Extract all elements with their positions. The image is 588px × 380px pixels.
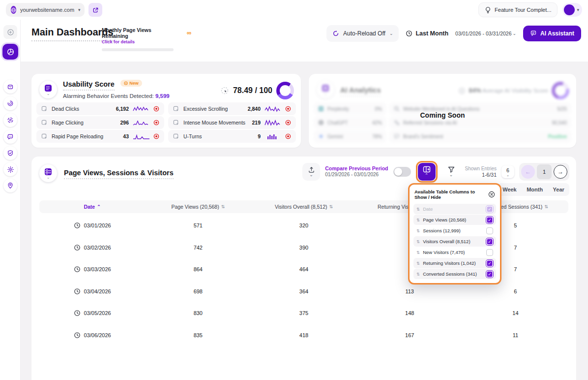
page-views-table-card: ⌄ Page Views, Sessions & Visitors ⌄ Comp…	[31, 157, 576, 380]
alarming-events-count: 9,599	[155, 93, 170, 99]
drag-handle-icon[interactable]: ⇅	[416, 261, 420, 266]
tab-week[interactable]: Week	[502, 187, 517, 192]
checkbox[interactable]	[486, 227, 493, 234]
usability-card-icon[interactable]: ⌄	[39, 81, 57, 98]
compare-previous-period[interactable]: Compare Previous Period 01/29/2026 - 03/…	[325, 165, 388, 178]
metric-row[interactable]: Rapid Page Reloading 43	[36, 130, 164, 143]
drag-handle-icon[interactable]: ⇅	[416, 207, 420, 212]
checkbox[interactable]: ✓	[486, 271, 493, 278]
metric-row[interactable]: U-Turns 9	[168, 130, 296, 143]
tab-month[interactable]: Month	[527, 187, 543, 192]
cursor-score-icon	[220, 86, 229, 95]
main-content: ⌄ Usability Score New Alarming Behavior …	[21, 62, 588, 380]
popup-item-date[interactable]: ⇅ Date ✓	[413, 204, 496, 214]
table-row[interactable]: 03/05/2026 830 375 148 14	[39, 302, 568, 324]
date-range-selector[interactable]: 03/01/2026 - 03/31/2026 ⌄	[455, 31, 516, 36]
record-icon[interactable]	[153, 120, 159, 126]
next-page-button[interactable]: →	[554, 165, 567, 179]
metric-row[interactable]: Excessive Scrolling 2,840	[168, 102, 296, 115]
metric-row[interactable]: Rage Clicking 296	[36, 116, 164, 129]
compare-toggle[interactable]	[393, 167, 411, 177]
sidebar-item-feedback[interactable]	[3, 130, 17, 144]
infinity-value: ∞	[187, 29, 191, 36]
prev-page-button[interactable]: ←	[521, 165, 535, 179]
chat-icon	[530, 30, 537, 37]
sparkline	[265, 120, 281, 126]
columns-visibility-button[interactable]: ⌃	[418, 163, 436, 181]
pie-chart-icon	[6, 48, 15, 56]
checkbox[interactable]: ✓	[486, 260, 493, 267]
eye-score-icon	[458, 87, 466, 95]
close-icon[interactable]	[488, 191, 495, 198]
globe-icon	[11, 6, 16, 14]
record-icon[interactable]	[285, 106, 291, 112]
metric-row[interactable]: Dead Clicks 6,192	[36, 102, 164, 115]
sidebar-item-security[interactable]	[3, 146, 17, 160]
checkbox[interactable]: ✓	[486, 206, 493, 213]
popup-item-page-views[interactable]: ⇅ Page Views (20,568) ✓	[413, 215, 496, 225]
app-window: yourwebsitename.com ▾ Feature Tour Compl…	[0, 0, 588, 380]
record-icon[interactable]	[153, 106, 159, 112]
table-card-icon[interactable]: ⌄	[39, 164, 57, 182]
drag-handle-icon[interactable]: ⇅	[416, 218, 420, 222]
column-header-page-views[interactable]: Page Views (20,568)⇅	[145, 200, 251, 213]
drag-handle-icon[interactable]: ⇅	[416, 250, 420, 255]
open-website-button[interactable]	[88, 3, 102, 17]
refresh-icon	[332, 30, 339, 37]
click-for-details-link[interactable]: Click for details	[102, 39, 176, 44]
website-name: yourwebsitename.com	[20, 7, 74, 13]
popup-item-converted-sessions[interactable]: ⇅ Converted Sessions (341) ✓	[413, 269, 496, 279]
export-button[interactable]: ⌄	[302, 163, 320, 181]
page-header: Main Dashboards Monthly Page Views Remai…	[21, 20, 588, 62]
sidebar-item-dashboards[interactable]	[2, 44, 18, 60]
chat-bubble-icon	[7, 133, 14, 140]
drag-handle-icon[interactable]: ⇅	[416, 272, 420, 277]
clock-icon	[74, 222, 81, 229]
metric-row[interactable]: Intense Mouse Movements 219	[168, 116, 296, 129]
period-granularity-tabs: Week Month Year	[498, 183, 569, 196]
replay-icon	[7, 100, 14, 107]
record-icon[interactable]	[153, 133, 159, 139]
tour-highlight-columns-button: ⌃	[416, 161, 438, 183]
drag-handle-icon[interactable]: ⇅	[416, 239, 420, 244]
monthly-page-views-widget[interactable]: Monthly Page Views Remaining Click for d…	[102, 27, 176, 51]
page-title: Main Dashboards	[31, 27, 114, 41]
ai-assistant-button[interactable]: AI Assistant	[523, 26, 581, 41]
popup-item-returning-visitors[interactable]: ⇅ Returning Visitors (1,042) ✓	[413, 258, 496, 268]
table-row[interactable]: 03/06/2026 835 418 167 11	[39, 324, 568, 347]
sidebar-item-settings[interactable]	[3, 162, 17, 176]
tab-year[interactable]: Year	[553, 187, 564, 192]
click-event-icon	[41, 120, 48, 126]
sidebar-item-session-recordings[interactable]	[3, 96, 17, 110]
collapse-arrow-icon	[7, 29, 14, 36]
sidebar-item-conversions[interactable]	[3, 80, 17, 94]
sparkline	[133, 106, 149, 112]
column-header-visitors-overall[interactable]: Visitors Overall (8,512)⇅	[251, 200, 356, 213]
avatar	[564, 4, 575, 15]
auto-reload-selector[interactable]: Auto-Reload Off ⌄	[326, 25, 399, 42]
sidebar-item-heatmaps[interactable]	[3, 113, 17, 127]
chevron-down-icon: ▾	[577, 8, 579, 12]
sidebar-collapse-button[interactable]	[3, 25, 17, 39]
record-icon[interactable]	[285, 120, 291, 126]
sidebar-item-visitor-profiles[interactable]	[3, 179, 17, 192]
auto-reload-label: Auto-Reload Off	[343, 30, 385, 37]
checkbox[interactable]	[486, 249, 493, 256]
checkbox[interactable]: ✓	[486, 238, 493, 245]
page-size-selector[interactable]: 6 ⌄	[501, 165, 514, 178]
record-icon[interactable]	[285, 133, 291, 139]
account-menu[interactable]: ▾	[562, 3, 582, 17]
current-page[interactable]: 1	[537, 164, 552, 179]
column-header-date[interactable]: Date⌃	[39, 200, 145, 213]
table-card-title: Page Views, Sessions & Visitors	[64, 169, 174, 179]
drag-handle-icon[interactable]: ⇅	[416, 228, 420, 233]
popup-item-visitors-overall[interactable]: ⇅ Visitors Overall (8,512) ✓	[413, 236, 496, 247]
shopping-bag-icon	[7, 83, 14, 90]
popup-item-sessions[interactable]: ⇅ Sessions (12,999)	[413, 225, 496, 236]
lightbulb-icon	[485, 6, 491, 14]
filter-button[interactable]: ⌄	[442, 163, 460, 181]
website-selector[interactable]: yourwebsitename.com ▾	[6, 3, 85, 17]
popup-item-new-visitors[interactable]: ⇅ New Visitors (7,470)	[413, 247, 496, 257]
checkbox[interactable]: ✓	[486, 217, 493, 223]
feature-tour-button[interactable]: Feature Tour Complet...	[478, 2, 558, 17]
